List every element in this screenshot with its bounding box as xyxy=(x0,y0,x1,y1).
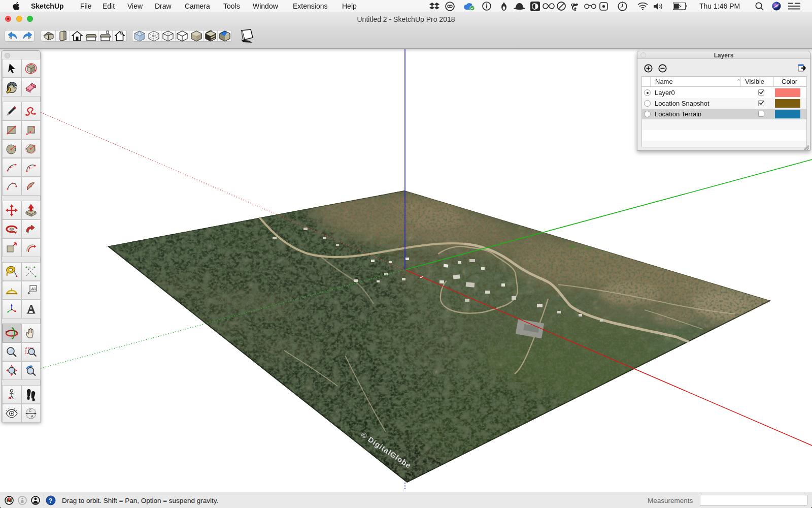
svg-text:3: 3 xyxy=(28,266,30,270)
svg-text:A1: A1 xyxy=(31,286,37,291)
svg-text:C: C xyxy=(29,409,31,412)
svg-text:A: A xyxy=(31,415,33,418)
svg-text:?: ? xyxy=(49,497,53,504)
